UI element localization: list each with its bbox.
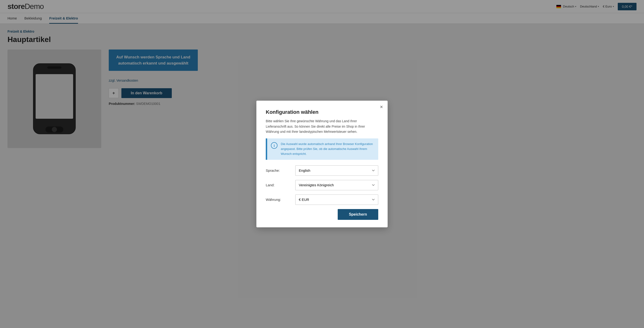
language-form-label: Sprache:	[266, 169, 292, 173]
country-form-row: Land: Vereinigtes Königreich Deutschland…	[266, 180, 378, 190]
info-icon: i	[271, 142, 278, 149]
currency-form-row: Währung: € EUR £ GBP $ USD CHF	[266, 195, 378, 205]
modal-close-button[interactable]: ×	[380, 104, 383, 110]
info-banner: i Die Auswahl wurde automatisch anhand I…	[266, 138, 378, 159]
country-select[interactable]: Vereinigtes Königreich Deutschland Öster…	[295, 180, 378, 190]
country-form-label: Land:	[266, 183, 292, 187]
save-button[interactable]: Speichern	[338, 209, 378, 220]
info-banner-text: Die Auswahl wurde automatisch anhand Ihr…	[281, 142, 374, 156]
modal-overlay[interactable]: × Konfiguration wählen Bitte wählen Sie …	[0, 0, 644, 328]
modal-description: Bitte wählen Sie Ihre gewünschte Währung…	[266, 118, 378, 134]
language-select[interactable]: English Deutsch Français Español	[295, 166, 378, 176]
currency-select[interactable]: € EUR £ GBP $ USD CHF	[295, 195, 378, 205]
config-modal: × Konfiguration wählen Bitte wählen Sie …	[256, 101, 388, 227]
language-form-row: Sprache: English Deutsch Français Españo…	[266, 166, 378, 176]
modal-title: Konfiguration wählen	[266, 109, 378, 115]
currency-form-label: Währung:	[266, 198, 292, 202]
